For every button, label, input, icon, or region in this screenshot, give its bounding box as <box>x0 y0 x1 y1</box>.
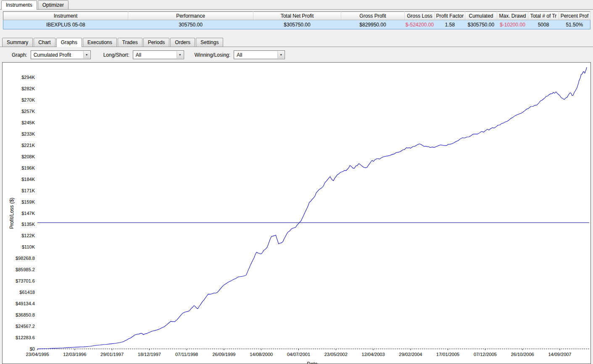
chart-panel: $294K$282K$270K$257K$245K$233K$221K$208K… <box>2 62 591 364</box>
table-header-row: Instrument Performance Total Net Profit … <box>3 12 590 20</box>
tab-graphs[interactable]: Graphs <box>56 38 82 47</box>
y-tick-label: $147K <box>21 211 35 216</box>
x-tick-label: 14/08/2000 <box>250 352 273 357</box>
chevron-down-icon: ▼ <box>83 51 90 58</box>
cumulated-profit-chart: $294K$282K$270K$257K$245K$233K$221K$208K… <box>3 63 590 364</box>
winning-losing-select[interactable]: All ▼ <box>234 50 285 59</box>
long-short-label: Long/Short: <box>103 52 129 58</box>
col-performance[interactable]: Performance <box>128 12 253 20</box>
y-tick-label: $36850.8 <box>16 312 35 317</box>
cell-max-drawdown: $-10200.00 <box>497 20 528 29</box>
col-total-trades[interactable]: Total # of Tr <box>528 12 559 20</box>
graph-controls: Graph: Cumulated Profit ▼ Long/Short: Al… <box>0 47 593 63</box>
y-tick-label: $184K <box>21 177 35 182</box>
y-tick-label: $85985.2 <box>16 267 35 272</box>
cell-profit-factor: 1.58 <box>435 20 465 29</box>
y-tick-label: $270K <box>21 97 35 102</box>
chevron-down-icon: ▼ <box>177 51 183 58</box>
x-tick-label: 12/03/1996 <box>63 352 86 357</box>
col-gross-profit[interactable]: Gross Profit <box>341 12 405 20</box>
x-tick-label: 26/10/2006 <box>511 352 534 357</box>
tab-chart[interactable]: Chart <box>34 38 55 47</box>
winning-losing-label: Winning/Losing: <box>195 52 230 58</box>
x-tick-label: 29/02/2004 <box>399 352 422 357</box>
y-tick-label: $245K <box>21 120 35 125</box>
x-tick-label: 18/12/1997 <box>138 352 161 357</box>
cell-cumulated: $305750.00 <box>465 20 497 29</box>
tab-periods[interactable]: Periods <box>143 38 170 47</box>
x-tick-label: 04/07/2001 <box>287 352 310 357</box>
cell-instrument: IBEXPLUS 05-08 <box>3 20 128 29</box>
y-tick-label: $208K <box>21 154 35 159</box>
col-cumulated[interactable]: Cumulated <box>465 12 497 20</box>
y-tick-label: $73701.6 <box>16 278 35 283</box>
x-tick-label: 23/04/1995 <box>26 352 49 357</box>
y-tick-label: $24567.2 <box>16 324 35 329</box>
col-percent-profitable[interactable]: Percent Prof <box>559 12 590 20</box>
y-tick-label: $61418 <box>19 290 35 295</box>
x-tick-label: 14/09/2007 <box>548 352 571 357</box>
tab-orders[interactable]: Orders <box>170 38 195 47</box>
x-tick-label: 07/12/2005 <box>474 352 497 357</box>
y-tick-label: $49134.4 <box>16 301 35 306</box>
instruments-table: Instrument Performance Total Net Profit … <box>3 11 590 29</box>
cell-gross-profit: $829950.00 <box>341 20 405 29</box>
tab-trades[interactable]: Trades <box>118 38 142 47</box>
long-short-select[interactable]: All ▼ <box>133 50 184 59</box>
y-tick-label: $196K <box>21 165 35 170</box>
x-axis-title: Date <box>307 361 318 364</box>
y-tick-label: $294K <box>21 75 35 80</box>
col-gross-loss[interactable]: Gross Loss <box>405 12 435 20</box>
y-tick-label: $110K <box>22 244 35 249</box>
y-tick-label: $12283.6 <box>16 335 35 340</box>
y-tick-label: $171K <box>21 188 35 193</box>
y-tick-label: $0 <box>30 346 35 351</box>
graph-select[interactable]: Cumulated Profit ▼ <box>31 50 91 59</box>
y-tick-label: $257K <box>21 109 35 114</box>
x-tick-label: 23/05/2002 <box>324 352 348 357</box>
cell-percent-profitable: 51.50% <box>559 20 590 29</box>
col-profit-factor[interactable]: Profit Factor <box>435 12 465 20</box>
tab-settings[interactable]: Settings <box>196 38 223 47</box>
graph-select-value: Cumulated Profit <box>34 52 71 58</box>
cell-gross-loss: $-524200.00 <box>405 20 435 29</box>
col-total-net-profit[interactable]: Total Net Profit <box>253 12 341 20</box>
x-tick-label: 29/01/1997 <box>100 352 124 357</box>
y-tick-label: $159K <box>21 199 35 204</box>
x-tick-label: 17/01/2005 <box>436 352 459 357</box>
window-tabstrip: Instruments Optimizer <box>0 0 593 10</box>
winning-losing-select-value: All <box>237 52 242 58</box>
x-tick-label: 26/09/1999 <box>212 352 235 357</box>
cell-performance: 305750.00 <box>128 20 253 29</box>
y-tick-label: $98268.8 <box>16 256 35 261</box>
detail-tabstrip: Summary Chart Graphs Executions Trades P… <box>0 38 593 47</box>
cumulated-profit-line <box>37 67 587 349</box>
graph-label: Graph: <box>12 52 27 58</box>
table-row[interactable]: IBEXPLUS 05-08 305750.00 $305750.00 $829… <box>3 20 590 29</box>
tab-instruments[interactable]: Instruments <box>1 0 37 10</box>
y-tick-label: $282K <box>21 86 35 91</box>
col-max-drawdown[interactable]: Max. Drawd <box>497 12 528 20</box>
cell-total-net-profit: $305750.00 <box>253 20 341 29</box>
x-tick-label: 12/04/2003 <box>362 352 385 357</box>
tab-executions[interactable]: Executions <box>83 38 117 47</box>
tab-summary[interactable]: Summary <box>2 38 33 47</box>
tab-optimizer[interactable]: Optimizer <box>38 0 69 9</box>
cell-total-trades: 5008 <box>528 20 559 29</box>
y-axis-title: Profit/Loss ($) <box>9 198 15 229</box>
long-short-select-value: All <box>136 52 141 58</box>
y-tick-label: $135K <box>21 222 35 227</box>
y-tick-label: $221K <box>21 143 35 148</box>
col-instrument[interactable]: Instrument <box>3 12 128 20</box>
x-tick-label: 07/11/1998 <box>175 352 198 357</box>
chevron-down-icon: ▼ <box>277 51 284 58</box>
y-tick-label: $233K <box>21 131 35 136</box>
y-tick-label: $122K <box>21 233 35 238</box>
